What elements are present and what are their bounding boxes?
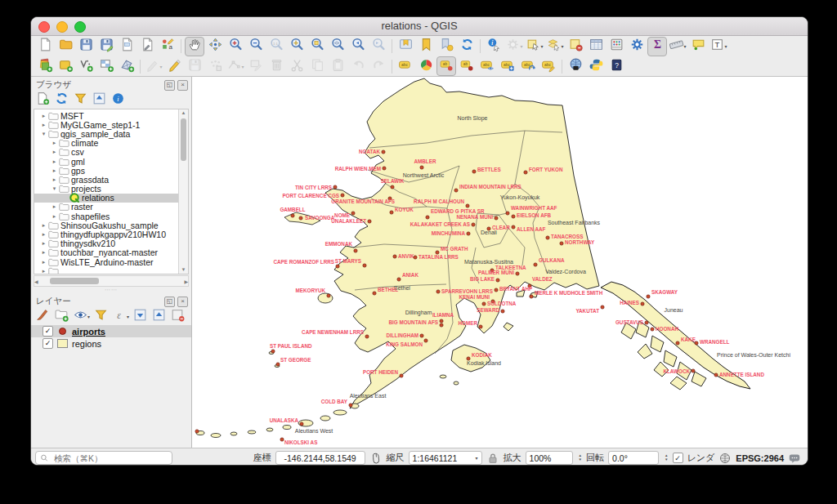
manage-map-themes-button[interactable]: ▾ [72, 309, 91, 325]
add-raster-layer-button[interactable] [96, 56, 116, 76]
layer-labeling-options-button[interactable]: abc [396, 56, 415, 76]
layer-item-regions[interactable]: ✓ regions [31, 337, 191, 350]
expander-icon[interactable]: ▸ [51, 167, 58, 174]
processing-toolbox-button[interactable] [627, 37, 647, 56]
browser-tree[interactable]: ▸ MSFT ▸ MyGLGame_step1-1 ▾ qgis_sample_… [34, 109, 189, 274]
search-input[interactable] [52, 453, 168, 464]
deselect-features-button[interactable]: ▾ [545, 37, 565, 56]
measure-line-button[interactable]: ▾ [668, 37, 687, 56]
add-vector-layer-button[interactable] [76, 56, 96, 76]
tree-item-relations[interactable]: relations [34, 194, 179, 203]
show-hide-labels-button[interactable]: abc [477, 56, 497, 76]
crs-status[interactable]: EPSG:2964 [736, 453, 784, 463]
expander-icon[interactable]: ▾ [51, 185, 58, 192]
expander-icon[interactable]: ▾ [40, 131, 47, 137]
new-project-button[interactable] [35, 37, 55, 56]
layer-visibility-checkbox[interactable]: ✓ [43, 338, 53, 349]
open-data-source-manager-button[interactable] [35, 56, 55, 76]
redo-button[interactable] [369, 56, 388, 76]
style-manager-button[interactable]: a [158, 37, 177, 56]
scroll-down-icon[interactable]: ▼ [181, 266, 186, 274]
expander-icon[interactable]: ▸ [51, 213, 58, 220]
select-by-form-button[interactable] [566, 37, 585, 56]
show-layout-manager-button[interactable] [137, 37, 157, 56]
new-geopackage-layer-button[interactable] [56, 56, 75, 76]
current-edits-button[interactable]: ▾ [144, 56, 163, 76]
pan-map-button[interactable] [185, 37, 204, 56]
zoom-out-button[interactable] [246, 37, 266, 56]
run-feature-action-button[interactable]: ▾ [504, 37, 524, 56]
rotation-input[interactable]: 0.0° [608, 451, 659, 465]
show-bookmark-manager-button[interactable] [436, 37, 456, 56]
highlight-pinned-labels-button[interactable]: ab [436, 56, 456, 76]
save-project-as-button[interactable] [96, 37, 116, 56]
close-button[interactable] [38, 21, 50, 33]
zoom-in-button[interactable] [226, 37, 245, 56]
move-label-button[interactable]: abc [498, 56, 517, 76]
tree-item-qgis_sample_data[interactable]: ▾ qgis_sample_data [34, 129, 179, 138]
remove-layer-button[interactable] [169, 309, 186, 325]
save-project-button[interactable] [76, 37, 96, 56]
expander-icon[interactable]: ▸ [40, 268, 47, 274]
zoom-to-layer-button[interactable] [328, 37, 347, 56]
undo-button[interactable] [348, 56, 368, 76]
zoom-next-button[interactable] [369, 37, 388, 56]
minimize-button[interactable] [56, 21, 68, 33]
enable-properties-widget-button[interactable]: i [110, 92, 127, 109]
expander-icon[interactable]: ▸ [40, 122, 47, 128]
messages-icon[interactable] [788, 452, 801, 465]
tree-item-climate[interactable]: ▸ climate [34, 139, 179, 148]
field-calculator-button[interactable] [606, 37, 626, 56]
panel-splitter[interactable]: ⋯⋯ [31, 287, 191, 293]
scroll-right-icon[interactable]: ▶ [184, 279, 188, 284]
expander-icon[interactable]: ▸ [51, 149, 58, 155]
tree-item-raster[interactable]: ▸ raster [34, 203, 179, 212]
map-canvas[interactable]: North SlopeNorthwest ArcticYukon-Koyukuk… [192, 77, 808, 448]
add-group-button[interactable] [53, 309, 70, 325]
new-spatial-bookmark-button[interactable] [396, 37, 415, 56]
vertex-tool-button[interactable]: ▾ [226, 56, 245, 76]
save-layer-edits-button[interactable] [185, 56, 204, 76]
scroll-left-icon[interactable]: ◀ [34, 279, 38, 284]
open-project-button[interactable] [56, 37, 75, 56]
delete-selected-button[interactable] [266, 56, 286, 76]
layer-diagram-options-button[interactable] [416, 56, 436, 76]
tree-item-csv[interactable]: ▸ csv [34, 148, 179, 157]
open-layer-styling-button[interactable] [34, 309, 51, 325]
browser-close-icon[interactable]: × [177, 80, 188, 91]
browser-float-icon[interactable]: ◱ [164, 80, 175, 91]
scroll-up-icon[interactable]: ▲ [181, 109, 186, 117]
expander-icon[interactable]: ▸ [51, 140, 58, 146]
locator-search[interactable] [35, 451, 172, 465]
modify-attributes-button[interactable] [246, 56, 266, 76]
python-console-button[interactable] [586, 56, 606, 76]
expander-icon[interactable]: ▸ [51, 203, 58, 210]
zoom-last-button[interactable] [348, 37, 368, 56]
layers-close-icon[interactable]: × [177, 297, 188, 307]
mouse-position-icon[interactable] [369, 452, 383, 465]
expander-icon[interactable]: ▸ [40, 249, 47, 256]
layers-float-icon[interactable]: ◱ [164, 297, 175, 307]
crs-globe-icon[interactable] [718, 452, 732, 465]
zoom-native-button[interactable]: 1:1 [266, 37, 286, 56]
metasearch-button[interactable] [566, 56, 585, 76]
expander-icon[interactable]: ▸ [40, 259, 47, 265]
magnifier-input[interactable]: 100% [526, 451, 573, 465]
select-features-button[interactable]: ▾ [525, 37, 544, 56]
change-label-button[interactable]: abc [539, 56, 558, 76]
rotation-stepper[interactable]: ▲▼ [665, 454, 668, 462]
layer-item-airports[interactable]: ✓ airports [31, 325, 191, 337]
zoom-to-selection-button[interactable] [307, 37, 327, 56]
titlebar[interactable]: relations - QGIS [31, 17, 808, 36]
cut-features-button[interactable] [287, 56, 307, 76]
expander-icon[interactable]: ▸ [40, 113, 47, 119]
scroll-thumb[interactable] [181, 118, 186, 161]
scale-combo[interactable]: 1:16461121 ▾ [409, 451, 482, 465]
add-mesh-layer-button[interactable] [117, 56, 137, 76]
expander-icon[interactable]: ▸ [40, 231, 47, 238]
help-contents-button[interactable]: ? [606, 56, 626, 76]
filter-by-expression-button[interactable]: ε▾ [111, 309, 130, 325]
refresh-browser-button[interactable] [53, 92, 70, 109]
browser-vertical-scrollbar[interactable]: ▲ ▼ [178, 109, 188, 274]
expand-all-button[interactable] [132, 309, 149, 325]
